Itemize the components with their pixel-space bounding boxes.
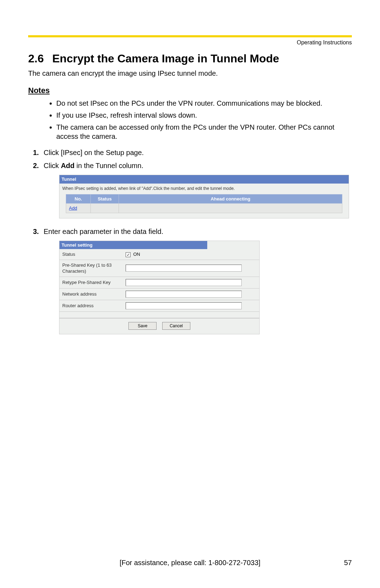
- status-checkbox[interactable]: ✓: [126, 252, 131, 257]
- status-label: Status: [59, 249, 123, 260]
- header-label: Operating Instructions: [28, 39, 352, 46]
- router-label: Router address: [59, 300, 123, 312]
- note-item: Do not set IPsec on the PCs under the VP…: [56, 99, 352, 108]
- tunnel-description: When IPsec setting is added, when link o…: [59, 184, 349, 194]
- section-title-text: Encrypt the Camera Image in Tunnel Mode: [52, 52, 279, 65]
- save-button[interactable]: Save: [128, 322, 157, 330]
- status-value: ON: [133, 252, 140, 257]
- tunnel-screenshot: Tunnel When IPsec setting is added, when…: [59, 175, 352, 218]
- step-text: in the Tunnel column.: [75, 162, 144, 169]
- net-label: Network address: [59, 289, 123, 300]
- tunnel-th-no: No.: [66, 194, 91, 204]
- table-row: Network address: [59, 289, 259, 300]
- step-2: Click Add in the Tunnel column. Tunnel W…: [41, 161, 352, 218]
- section-title: 2.6Encrypt the Camera Image in Tunnel Mo…: [28, 52, 352, 65]
- tunnel-table: No. Status Ahead connecting Add: [66, 194, 342, 213]
- repsk-input[interactable]: [126, 279, 242, 286]
- setting-screenshot: Tunnel setting Status ✓ ON Pre-Shared Ke…: [59, 241, 352, 334]
- psk-label: Pre-Shared Key (1 to 63 Characters): [59, 260, 123, 277]
- table-row: Retype Pre-Shared Key: [59, 277, 259, 289]
- table-row: Status ✓ ON: [59, 249, 259, 260]
- note-item: The camera can be accessed only from the…: [56, 123, 352, 141]
- page-number: 57: [344, 559, 352, 567]
- button-row: Save Cancel: [59, 318, 259, 334]
- tunnel-panel: Tunnel When IPsec setting is added, when…: [59, 175, 349, 218]
- repsk-label: Retype Pre-Shared Key: [59, 277, 123, 289]
- steps-list: Click [IPsec] on the Setup page. Click A…: [28, 148, 352, 334]
- table-row: Pre-Shared Key (1 to 63 Characters): [59, 260, 259, 277]
- notes-list: Do not set IPsec on the PCs under the VP…: [28, 99, 352, 141]
- page-footer: [For assistance, please call: 1-800-272-…: [28, 559, 352, 567]
- document-page: Operating Instructions 2.6Encrypt the Ca…: [0, 0, 380, 588]
- table-row: Router address: [59, 300, 259, 312]
- router-input[interactable]: [126, 302, 242, 309]
- tunnel-th-ahead: Ahead connecting: [119, 194, 342, 204]
- footer-assist: [For assistance, please call: 1-800-272-…: [28, 559, 352, 567]
- step-1: Click [IPsec] on the Setup page.: [41, 148, 352, 157]
- note-item: If you use IPsec, refresh interval slows…: [56, 111, 352, 120]
- tunnel-setting-panel: Tunnel setting Status ✓ ON Pre-Shared Ke…: [59, 241, 260, 334]
- cancel-button[interactable]: Cancel: [162, 322, 190, 330]
- setting-table: Status ✓ ON Pre-Shared Key (1 to 63 Char…: [59, 249, 259, 312]
- step-text: Enter each parameter in the data field.: [44, 228, 163, 235]
- notes-heading: Notes: [28, 86, 352, 95]
- step-3: Enter each parameter in the data field. …: [41, 227, 352, 334]
- section-number: 2.6: [28, 52, 44, 65]
- tunnel-setting-title: Tunnel setting: [59, 241, 207, 249]
- net-input[interactable]: [126, 291, 242, 298]
- step-text-bold: Add: [61, 162, 75, 169]
- step-text: Click: [44, 162, 61, 169]
- tunnel-title: Tunnel: [59, 175, 349, 184]
- intro-text: The camera can encrypt the image using I…: [28, 69, 352, 78]
- table-row: Add: [66, 204, 342, 213]
- step-text: Click [IPsec] on the Setup page.: [44, 149, 144, 156]
- psk-input[interactable]: [126, 265, 242, 272]
- accent-bar: [28, 35, 352, 37]
- tunnel-th-status: Status: [91, 194, 119, 204]
- add-link[interactable]: Add: [69, 205, 77, 211]
